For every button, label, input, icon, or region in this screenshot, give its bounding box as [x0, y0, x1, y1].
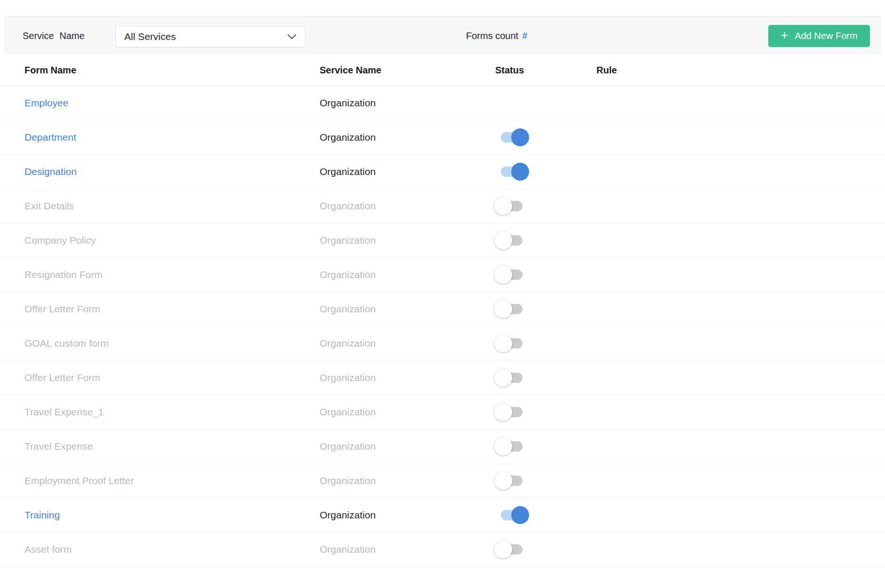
form-name-link: Travel Expense — [24, 441, 93, 452]
form-name-link[interactable]: Department — [24, 132, 76, 143]
status-toggle[interactable] — [501, 373, 523, 383]
table-row: TrainingOrganization — [0, 498, 885, 532]
toggle-knob — [511, 163, 529, 181]
form-name-link: Resignation Form — [24, 269, 103, 280]
toggle-knob — [494, 540, 512, 558]
service-name-text: Organization — [320, 269, 495, 280]
table-row: Employment Proof LetterOrganization — [0, 464, 885, 498]
form-name-link[interactable]: Designation — [24, 166, 77, 177]
status-toggle[interactable] — [501, 441, 523, 452]
column-header-form-name: Form Name — [24, 65, 320, 76]
table-row: Travel Expense_1Organization — [0, 395, 885, 429]
status-toggle[interactable] — [501, 476, 523, 486]
toggle-knob — [494, 334, 512, 352]
toggle-knob — [494, 231, 512, 249]
toggle-knob — [494, 369, 512, 387]
form-name-link: Asset form — [24, 544, 72, 555]
form-name-link: Employment Proof Letter — [24, 475, 134, 486]
table-row: DesignationOrganization — [0, 155, 885, 189]
add-new-form-button[interactable]: + Add New Form — [768, 25, 870, 47]
service-name-text: Organization — [320, 441, 495, 452]
table-row: DepartmentOrganization — [0, 120, 885, 155]
form-name-link: Exit Details — [24, 200, 74, 211]
plus-icon: + — [780, 29, 788, 42]
table-row: Exit DetailsOrganization — [0, 189, 885, 223]
toggle-knob — [494, 472, 512, 490]
toggle-knob — [494, 266, 512, 284]
toggle-knob — [511, 506, 529, 524]
service-name-text: Organization — [320, 372, 495, 383]
status-toggle[interactable] — [501, 270, 523, 280]
table-row: Resignation FormOrganization — [0, 258, 885, 292]
forms-table-body: EmployeeOrganizationDepartmentOrganizati… — [0, 86, 885, 567]
table-row: GOAL custom formOrganization — [0, 326, 885, 361]
status-toggle[interactable] — [501, 407, 523, 417]
service-filter-value: All Services — [124, 31, 287, 42]
table-row: Offer Letter FormOrganization — [0, 292, 885, 326]
table-header: Form Name Service Name Status Rule — [0, 55, 885, 86]
status-toggle[interactable] — [501, 132, 523, 143]
form-name-link[interactable]: Employee — [24, 97, 68, 108]
service-name-text: Organization — [320, 509, 495, 521]
table-row: Company PolicyOrganization — [0, 223, 885, 258]
service-name-text: Organization — [320, 338, 495, 349]
column-header-service-name: Service Name — [320, 65, 495, 76]
status-toggle[interactable] — [501, 304, 523, 314]
table-row: Travel ExpenseOrganization — [0, 429, 885, 464]
status-toggle[interactable] — [501, 167, 523, 177]
table-row: Asset formOrganization — [0, 532, 885, 567]
service-name-text: Organization — [320, 97, 495, 109]
form-name-link: Travel Expense_1 — [24, 406, 104, 417]
form-name-link: Company Policy — [24, 235, 96, 246]
toolbar: Service Name All Services Forms count# +… — [4, 16, 881, 55]
service-name-text: Organization — [320, 132, 495, 143]
service-name-filter-label: Service Name — [23, 30, 85, 41]
forms-page: Service Name All Services Forms count# +… — [0, 0, 885, 588]
forms-count-label: Forms count — [466, 30, 518, 40]
service-name-text: Organization — [320, 303, 495, 315]
service-filter-dropdown[interactable]: All Services — [115, 26, 306, 48]
service-name-text: Organization — [320, 235, 495, 246]
form-name-link: GOAL custom form — [24, 338, 109, 349]
add-new-form-label: Add New Form — [795, 31, 857, 41]
toggle-knob — [494, 197, 512, 215]
status-toggle[interactable] — [501, 544, 523, 555]
forms-count: Forms count# — [466, 30, 527, 41]
status-toggle[interactable] — [501, 235, 523, 246]
status-toggle[interactable] — [501, 201, 523, 211]
table-row: Offer Letter FormOrganization — [0, 361, 885, 395]
column-header-rule: Rule — [596, 65, 885, 76]
form-name-link[interactable]: Training — [24, 509, 60, 520]
form-name-link: Offer Letter Form — [24, 372, 100, 383]
service-name-text: Organization — [320, 200, 495, 212]
status-toggle[interactable] — [501, 510, 523, 520]
toggle-knob — [511, 128, 529, 146]
toggle-knob — [494, 300, 512, 318]
chevron-down-icon — [287, 34, 297, 40]
form-name-link: Offer Letter Form — [24, 303, 100, 314]
service-name-text: Organization — [320, 544, 495, 555]
service-name-text: Organization — [320, 166, 495, 177]
forms-count-link[interactable]: # — [522, 30, 527, 40]
service-name-text: Organization — [320, 406, 495, 418]
status-toggle[interactable] — [501, 338, 523, 349]
table-row: EmployeeOrganization — [0, 86, 885, 120]
toggle-knob — [494, 403, 512, 421]
service-name-text: Organization — [320, 475, 495, 486]
toggle-knob — [494, 437, 512, 455]
column-header-status: Status — [495, 65, 596, 76]
